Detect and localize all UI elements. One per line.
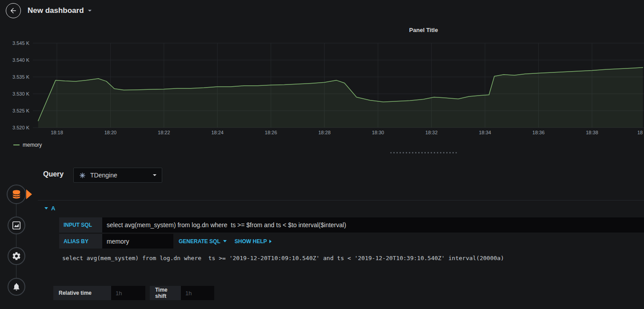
chevron-right-icon: [269, 240, 272, 243]
svg-text:3.530 K: 3.530 K: [12, 91, 30, 96]
show-help-button[interactable]: SHOW HELP: [235, 234, 272, 249]
generate-sql-button-label: GENERATE SQL: [179, 238, 220, 245]
chart-icon: [12, 221, 21, 230]
tab-rail-line: [16, 194, 16, 287]
grafana-edit-page: New dashboard Panel Title 3.545 K3.540 K…: [0, 0, 644, 309]
svg-text:18:22: 18:22: [158, 130, 170, 135]
svg-text:18:24: 18:24: [211, 130, 224, 135]
svg-text:3.525 K: 3.525 K: [12, 108, 30, 113]
svg-text:3.535 K: 3.535 K: [12, 74, 30, 80]
horizontal-scrollbar[interactable]: [390, 152, 457, 153]
tab-queries[interactable]: [7, 185, 26, 204]
svg-text:3.540 K: 3.540 K: [12, 57, 30, 63]
top-navbar: New dashboard: [0, 0, 644, 21]
svg-text:18:30: 18:30: [372, 130, 384, 135]
svg-text:18:38: 18:38: [586, 130, 598, 135]
generated-sql-text: select avg(mem_system) from log.dn where…: [62, 255, 504, 261]
svg-text:18:18: 18:18: [51, 130, 63, 135]
legend[interactable]: memory: [13, 142, 42, 148]
arrow-left-icon: [9, 7, 17, 15]
svg-text:18:28: 18:28: [318, 130, 331, 135]
svg-text:18:34: 18:34: [479, 130, 491, 135]
datasource-picker[interactable]: TDengine: [73, 168, 162, 183]
time-shift-label: Time shift: [150, 286, 181, 300]
show-help-button-label: SHOW HELP: [235, 238, 267, 245]
query-ref-letter: A: [51, 205, 55, 212]
tdengine-logo-icon: [79, 172, 86, 179]
chevron-down-icon: [223, 240, 227, 242]
back-button[interactable]: [6, 3, 21, 18]
tab-general[interactable]: [8, 247, 25, 265]
query-row-divider: [38, 200, 644, 201]
query-section-title: Query: [43, 170, 64, 178]
legend-color-swatch: [13, 144, 20, 145]
generate-sql-button[interactable]: GENERATE SQL: [179, 234, 227, 249]
tab-visualization[interactable]: [8, 217, 25, 234]
time-shift-input[interactable]: [181, 286, 214, 300]
alias-by-row: ALIAS BY GENERATE SQL SHOW HELP: [59, 234, 272, 249]
input-sql-label: INPUT SQL: [59, 217, 102, 233]
datasource-name: TDengine: [90, 172, 117, 179]
relative-time-input[interactable]: [111, 286, 145, 300]
dashboard-title-text: New dashboard: [28, 6, 84, 15]
alias-by-field[interactable]: [102, 234, 173, 249]
svg-text:18:36: 18:36: [532, 130, 545, 135]
svg-text:3.520 K: 3.520 K: [12, 125, 30, 130]
input-sql-row: INPUT SQL: [59, 217, 644, 233]
svg-text:18:26: 18:26: [265, 130, 277, 135]
svg-text:18:32: 18:32: [425, 130, 438, 135]
gear-icon: [12, 251, 21, 261]
time-series-chart[interactable]: 3.545 K3.540 K3.535 K3.530 K3.525 K3.520…: [4, 38, 644, 138]
query-row-header[interactable]: A: [44, 205, 55, 212]
tab-alert[interactable]: [8, 278, 25, 296]
panel-title[interactable]: Panel Title: [409, 27, 438, 33]
bell-icon: [12, 282, 21, 291]
chevron-down-icon: [88, 10, 92, 12]
chevron-down-icon: [153, 174, 156, 176]
relative-time-label: Relative time: [53, 286, 111, 300]
graph-panel: Panel Title 3.545 K3.540 K3.535 K3.530 K…: [4, 21, 644, 153]
svg-text:18:20: 18:20: [104, 130, 117, 135]
legend-label: memory: [23, 142, 42, 148]
input-sql-field[interactable]: [102, 217, 644, 233]
active-tab-arrow-icon: [26, 189, 32, 199]
dashboard-title[interactable]: New dashboard: [28, 6, 92, 15]
database-icon: [11, 189, 22, 200]
time-options-row: Relative time Time shift: [53, 286, 214, 300]
svg-text:3.545 K: 3.545 K: [12, 40, 30, 46]
alias-by-label: ALIAS BY: [59, 234, 102, 249]
collapse-caret-icon: [44, 207, 48, 209]
svg-text:18: 18: [637, 130, 643, 135]
